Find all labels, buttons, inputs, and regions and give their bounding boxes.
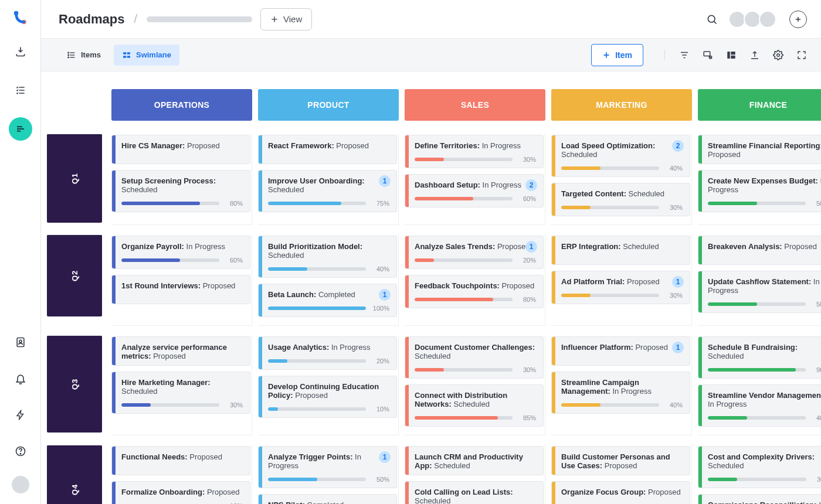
- card-badge: 1: [379, 289, 391, 301]
- card[interactable]: Streamline Financial Reporting: Proposed: [698, 135, 821, 164]
- card-status: Proposed: [605, 461, 637, 470]
- filter-icon[interactable]: [679, 50, 690, 60]
- invite-button[interactable]: [789, 11, 807, 28]
- row-label-q4: Q4: [47, 445, 102, 504]
- main-area: Roadmaps / View Items Swimlane: [41, 0, 821, 504]
- card-title: Streamline Vendor Management:: [708, 391, 821, 400]
- card[interactable]: Connect with Distribution Networks: Sche…: [405, 384, 544, 427]
- svg-rect-32: [727, 52, 730, 59]
- link-filter-icon[interactable]: [703, 50, 713, 60]
- card-status: Scheduled: [708, 461, 744, 470]
- progress-bar: [561, 166, 659, 170]
- export-icon[interactable]: [749, 50, 760, 60]
- card[interactable]: Functional Needs: Proposed: [111, 446, 250, 475]
- app-logo: [13, 11, 28, 25]
- svg-point-35: [777, 53, 780, 56]
- card[interactable]: Organize Payroll: In Progress60%: [111, 236, 250, 269]
- card[interactable]: Formalize Onboarding: Proposed10%: [111, 481, 250, 504]
- card[interactable]: ERP Integration: Scheduled: [551, 236, 690, 265]
- card[interactable]: React Framework: Proposed: [258, 135, 397, 164]
- card-title: Schedule B Fundraising:: [708, 343, 798, 352]
- card-title: Cost and Complexity Drivers:: [708, 452, 815, 461]
- cell-q4-finance: Cost and Complexity Drivers: Scheduled30…: [698, 445, 821, 504]
- card[interactable]: Cold Calling on Lead Lists: Scheduled30%: [405, 481, 544, 504]
- help-icon[interactable]: [9, 440, 32, 463]
- svg-rect-30: [704, 52, 710, 56]
- card[interactable]: Ad Platform Trial: Proposed130%: [551, 271, 690, 304]
- tab-items[interactable]: Items: [59, 45, 109, 66]
- cell-q4-marketing: Build Customer Personas and Use Cases: P…: [551, 445, 692, 504]
- card[interactable]: Analyze Sales Trends: Proposed120%: [405, 236, 544, 269]
- layout-icon[interactable]: [726, 50, 737, 60]
- card[interactable]: Create New Expenses Budget: In Progress5…: [698, 170, 821, 212]
- card[interactable]: Analyze Trigger Points: In Progress150%: [258, 446, 397, 488]
- card-title: Dashboard Setup:: [415, 181, 483, 189]
- bell-icon[interactable]: [9, 367, 32, 390]
- progress-bar: [268, 267, 366, 271]
- roadmap-icon[interactable]: [9, 117, 32, 141]
- user-avatar[interactable]: [12, 476, 29, 493]
- card[interactable]: Cost and Complexity Drivers: Scheduled30…: [698, 446, 821, 488]
- card[interactable]: Schedule B Fundraising: Scheduled90%: [698, 336, 821, 379]
- card[interactable]: Build Prioritization Model: Scheduled40%: [258, 236, 397, 278]
- progress-percent: 30%: [518, 156, 536, 163]
- tab-items-label: Items: [81, 50, 101, 59]
- card[interactable]: Document Customer Challenges: Scheduled3…: [405, 336, 544, 379]
- progress-bar: [121, 202, 219, 205]
- add-view-button[interactable]: View: [260, 8, 312, 30]
- card-title: NPS Pilot:: [268, 500, 307, 504]
- progress-bar: [415, 416, 513, 420]
- card[interactable]: Targeted Content: Scheduled30%: [551, 183, 690, 216]
- card[interactable]: Organize Focus Group: Proposed: [551, 481, 690, 504]
- card[interactable]: Commissions Reconcilliation: In Progress…: [698, 494, 821, 504]
- card[interactable]: Feedback Touchpoints: Proposed80%: [405, 275, 544, 308]
- bolt-icon[interactable]: [9, 403, 32, 427]
- progress-percent: 80%: [518, 296, 536, 303]
- card[interactable]: Develop Continuing Education Policy: Pro…: [258, 376, 397, 418]
- breadcrumb-separator: /: [133, 12, 138, 26]
- card[interactable]: Improve User Onboarding: Scheduled175%: [258, 170, 397, 212]
- progress-bar: [708, 368, 806, 372]
- card-title: Usage Analytics:: [268, 343, 331, 352]
- tab-swimlane[interactable]: Swimlane: [114, 45, 179, 66]
- card[interactable]: Launch CRM and Productivity App: Schedul…: [405, 446, 544, 475]
- breadcrumb-placeholder: [147, 16, 252, 22]
- card-status: In Progress: [483, 181, 521, 189]
- card[interactable]: NPS Pilot: Completed100%: [258, 494, 397, 504]
- card-title: Hire CS Manager:: [121, 141, 187, 150]
- card[interactable]: Hire Marketing Manager: Scheduled30%: [111, 372, 250, 414]
- settings-icon[interactable]: [773, 50, 783, 60]
- card[interactable]: Breakeven Analysis: Proposed: [698, 236, 821, 265]
- card[interactable]: Load Speed Optimization: Scheduled240%: [551, 135, 690, 177]
- card[interactable]: Setup Screening Process: Scheduled80%: [111, 170, 250, 212]
- card[interactable]: 1st Round Interviews: Proposed: [111, 275, 250, 304]
- card[interactable]: Streamline Campaign Management: In Progr…: [551, 372, 690, 414]
- card[interactable]: Streamline Vendor Management: In Progres…: [698, 384, 821, 427]
- card-status: Proposed: [203, 281, 236, 290]
- card-title: Formalize Onboarding:: [121, 488, 207, 496]
- card-status: Scheduled: [268, 251, 304, 260]
- progress-percent: 100%: [372, 305, 389, 312]
- card[interactable]: Hire CS Manager: Proposed: [111, 135, 250, 164]
- card[interactable]: Influencer Platform: Proposed1: [551, 336, 690, 366]
- card[interactable]: Analyze service performance metrics: Pro…: [111, 336, 250, 366]
- card-status: Proposed: [336, 141, 369, 150]
- progress-bar: [268, 202, 366, 205]
- add-item-button[interactable]: Item: [591, 44, 643, 66]
- fullscreen-icon[interactable]: [796, 50, 807, 60]
- list-check-icon[interactable]: [9, 79, 32, 102]
- import-icon[interactable]: [9, 40, 32, 63]
- card[interactable]: Build Customer Personas and Use Cases: P…: [551, 446, 690, 475]
- card[interactable]: Update Cashflow Statement: In Progress50…: [698, 271, 821, 313]
- collaborator-avatars[interactable]: [728, 11, 776, 28]
- card[interactable]: Define Territories: In Progress30%: [405, 135, 544, 168]
- card-title: Targeted Content:: [561, 189, 629, 198]
- card-status: Proposed: [627, 277, 660, 286]
- card[interactable]: Beta Launch: Completed1100%: [258, 284, 397, 317]
- card-badge: 1: [672, 276, 684, 288]
- card[interactable]: Usage Analytics: In Progress20%: [258, 336, 397, 370]
- card[interactable]: Dashboard Setup: In Progress260%: [405, 174, 544, 207]
- contacts-icon[interactable]: [9, 331, 32, 354]
- progress-percent: 40%: [812, 414, 821, 421]
- search-icon[interactable]: [704, 11, 720, 28]
